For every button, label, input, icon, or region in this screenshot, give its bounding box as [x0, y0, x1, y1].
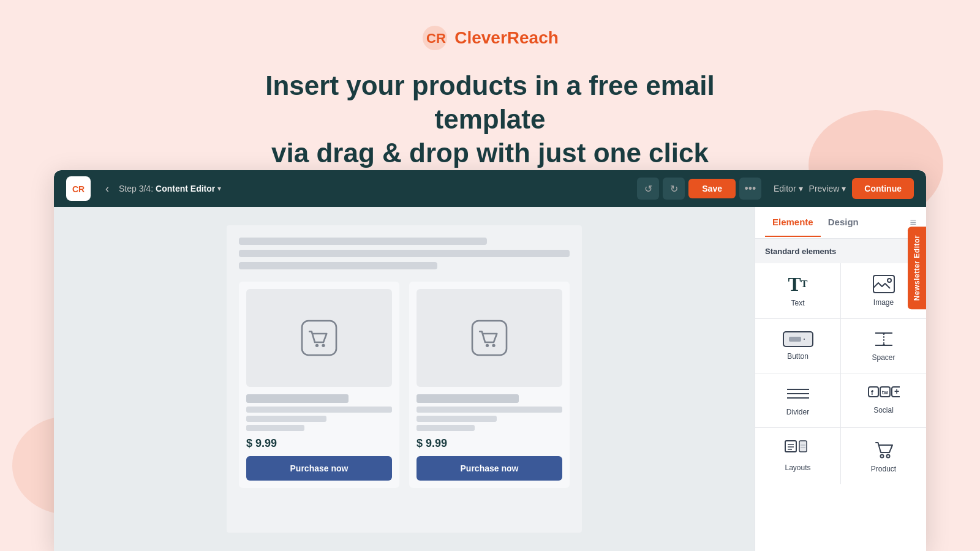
element-layouts[interactable]: Layouts [755, 428, 840, 484]
purchase-now-button-1[interactable]: Purchase now [246, 456, 392, 481]
element-divider[interactable]: Divider [755, 373, 840, 427]
newsletter-editor-tab[interactable]: Newsletter Editor [908, 227, 926, 309]
svg-rect-6 [472, 321, 507, 355]
element-button[interactable]: Button [755, 319, 840, 373]
element-spacer-label: Spacer [872, 353, 895, 362]
tab-elemente[interactable]: Elemente [765, 208, 821, 237]
app-body: $ 9.99 Purchase now [54, 207, 926, 551]
element-social-label: Social [873, 406, 894, 414]
svg-point-8 [492, 344, 495, 347]
right-panel: Elemente Design ≡ Standard elements ▲ TT… [755, 207, 926, 551]
svg-point-28 [880, 455, 883, 458]
skeleton-line-1 [239, 238, 487, 245]
products-row: $ 9.99 Purchase now [239, 282, 570, 488]
social-element-icon: f tw + [868, 386, 900, 401]
svg-point-5 [322, 344, 325, 347]
headline-line2-start: via [271, 138, 316, 168]
toolbar-step-arrow-icon: ▾ [217, 184, 221, 193]
product-cart-icon-1 [298, 317, 341, 359]
toolbar-redo-button[interactable]: ↻ [663, 178, 685, 200]
toolbar-back-button[interactable]: ‹ [100, 180, 114, 198]
toolbar-save-button[interactable]: Save [688, 179, 736, 198]
svg-text:f: f [871, 389, 873, 396]
element-divider-label: Divider [786, 408, 809, 416]
product-card-2: $ 9.99 Purchase now [409, 282, 570, 488]
app-window: CR ‹ Step 3/4: Content Editor ▾ ↺ ↻ Save… [54, 170, 926, 551]
layouts-element-icon [785, 440, 812, 459]
svg-text:CR: CR [426, 31, 446, 46]
product-price-2: $ 9.99 [417, 437, 562, 450]
product-card-1: $ 9.99 Purchase now [239, 282, 399, 488]
canvas-area: $ 9.99 Purchase now [54, 207, 755, 551]
element-social[interactable]: f tw + Social [841, 373, 926, 427]
svg-point-29 [886, 455, 889, 458]
spacer-element-icon [873, 330, 895, 348]
svg-rect-20 [869, 387, 878, 397]
element-text[interactable]: TT Text [755, 263, 840, 318]
image-element-icon [873, 275, 895, 293]
panel-section-header: Standard elements ▲ [755, 239, 926, 263]
headline: Insert your products in a free email tem… [214, 69, 766, 170]
panel-section-title: Standard elements [765, 247, 836, 256]
svg-text:CR: CR [72, 184, 85, 194]
svg-rect-12 [789, 337, 801, 342]
text-element-icon: TT [788, 274, 807, 294]
toolbar-preview-button[interactable]: Preview ▾ [809, 184, 846, 193]
svg-text:+: + [894, 386, 899, 396]
cleverreach-logo-icon: CR [421, 24, 448, 51]
toolbar-logo: CR [66, 176, 91, 201]
element-image-label: Image [873, 298, 894, 307]
headline-line1: Insert your products in a free email tem… [265, 70, 715, 134]
product-element-icon [873, 439, 894, 460]
product-skeleton-title-1 [246, 394, 349, 403]
svg-rect-3 [302, 321, 336, 355]
product-skeleton-title-2 [417, 394, 519, 403]
product-cart-icon-2 [468, 317, 511, 359]
toolbar-editor-button[interactable]: Editor ▾ [774, 184, 803, 193]
product-skeleton-line-2c [417, 425, 475, 431]
element-product-label: Product [871, 465, 896, 473]
button-element-icon [783, 331, 813, 347]
svg-text:tw: tw [882, 389, 889, 395]
editor-label: Editor [774, 184, 796, 193]
product-image-1 [246, 289, 392, 387]
element-button-label: Button [787, 352, 809, 361]
element-spacer[interactable]: Spacer [841, 319, 926, 373]
product-skeleton-line-1c [246, 425, 304, 431]
element-product[interactable]: Product [841, 428, 926, 484]
email-canvas: $ 9.99 Purchase now [227, 225, 582, 533]
skeleton-line-3 [239, 262, 437, 269]
product-skeleton-line-2b [417, 416, 497, 422]
logo-text: CleverReach [454, 28, 559, 48]
product-image-2 [417, 289, 562, 387]
element-layouts-label: Layouts [785, 463, 810, 472]
headline-highlight: drag & drop [316, 136, 469, 170]
panel-tabs: Elemente Design ≡ [755, 207, 926, 239]
product-skeleton-line-2a [417, 407, 562, 413]
preview-chevron-icon: ▾ [842, 184, 846, 193]
toolbar-more-button[interactable]: ••• [739, 178, 761, 200]
toolbar: CR ‹ Step 3/4: Content Editor ▾ ↺ ↻ Save… [54, 170, 926, 207]
headline-line2-end: with just one click [469, 138, 709, 168]
divider-element-icon [786, 384, 810, 403]
svg-rect-27 [799, 441, 807, 452]
svg-point-4 [315, 344, 318, 347]
purchase-now-button-2[interactable]: Purchase now [417, 456, 562, 481]
toolbar-continue-button[interactable]: Continue [852, 178, 914, 199]
toolbar-step-label: Step 3/4: [119, 184, 153, 193]
toolbar-undo-button[interactable]: ↺ [637, 178, 659, 200]
skeleton-line-2 [239, 250, 570, 257]
toolbar-step-name: Content Editor [156, 184, 215, 193]
product-skeleton-line-1b [246, 416, 326, 422]
product-skeleton-line-1a [246, 407, 392, 413]
toolbar-right-controls: Editor ▾ Preview ▾ Continue [774, 178, 914, 199]
tab-design[interactable]: Design [821, 208, 866, 237]
product-price-1: $ 9.99 [246, 437, 392, 450]
svg-point-7 [486, 344, 489, 347]
svg-point-10 [888, 279, 891, 282]
editor-chevron-icon: ▾ [799, 184, 803, 193]
element-text-label: Text [791, 299, 804, 307]
elements-grid: TT Text Image [755, 263, 926, 484]
svg-rect-26 [785, 441, 796, 452]
logo-area: CR CleverReach [421, 24, 559, 51]
